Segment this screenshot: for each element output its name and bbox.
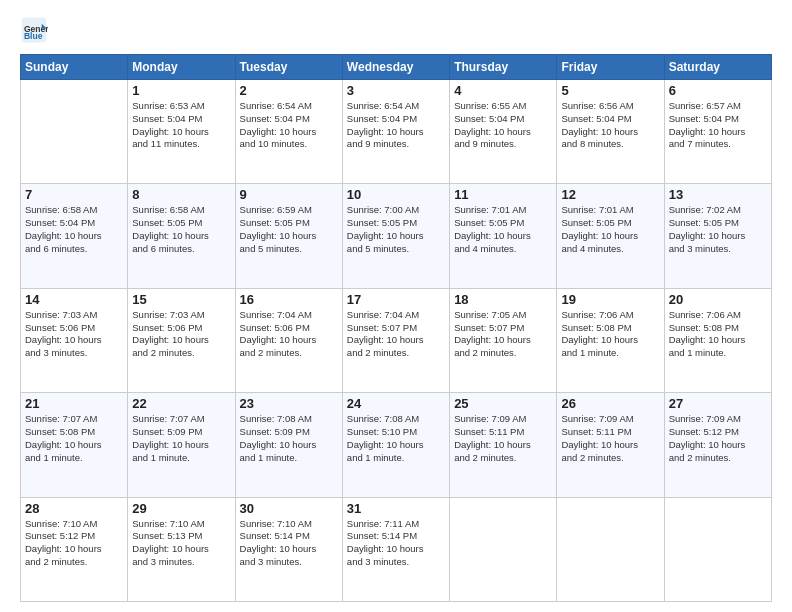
cell-day-number: 21 bbox=[25, 396, 123, 411]
calendar-header-thursday: Thursday bbox=[450, 55, 557, 80]
cell-day-number: 8 bbox=[132, 187, 230, 202]
cell-info-text: Sunrise: 7:10 AM Sunset: 5:13 PM Dayligh… bbox=[132, 518, 230, 569]
cell-day-number: 2 bbox=[240, 83, 338, 98]
cell-day-number: 30 bbox=[240, 501, 338, 516]
calendar-cell: 15Sunrise: 7:03 AM Sunset: 5:06 PM Dayli… bbox=[128, 288, 235, 392]
cell-info-text: Sunrise: 7:05 AM Sunset: 5:07 PM Dayligh… bbox=[454, 309, 552, 360]
calendar-cell: 31Sunrise: 7:11 AM Sunset: 5:14 PM Dayli… bbox=[342, 497, 449, 601]
cell-day-number: 17 bbox=[347, 292, 445, 307]
calendar-header-friday: Friday bbox=[557, 55, 664, 80]
calendar-week-4: 21Sunrise: 7:07 AM Sunset: 5:08 PM Dayli… bbox=[21, 393, 772, 497]
calendar-cell bbox=[450, 497, 557, 601]
calendar-cell: 26Sunrise: 7:09 AM Sunset: 5:11 PM Dayli… bbox=[557, 393, 664, 497]
calendar-header-monday: Monday bbox=[128, 55, 235, 80]
logo-icon: General Blue bbox=[20, 16, 48, 44]
calendar-cell: 3Sunrise: 6:54 AM Sunset: 5:04 PM Daylig… bbox=[342, 80, 449, 184]
calendar-cell: 18Sunrise: 7:05 AM Sunset: 5:07 PM Dayli… bbox=[450, 288, 557, 392]
calendar-header-row: SundayMondayTuesdayWednesdayThursdayFrid… bbox=[21, 55, 772, 80]
cell-info-text: Sunrise: 7:08 AM Sunset: 5:10 PM Dayligh… bbox=[347, 413, 445, 464]
cell-day-number: 7 bbox=[25, 187, 123, 202]
cell-info-text: Sunrise: 6:59 AM Sunset: 5:05 PM Dayligh… bbox=[240, 204, 338, 255]
page: General Blue SundayMondayTuesdayWednesda… bbox=[0, 0, 792, 612]
calendar-cell bbox=[557, 497, 664, 601]
calendar-table: SundayMondayTuesdayWednesdayThursdayFrid… bbox=[20, 54, 772, 602]
cell-info-text: Sunrise: 6:54 AM Sunset: 5:04 PM Dayligh… bbox=[347, 100, 445, 151]
calendar-week-5: 28Sunrise: 7:10 AM Sunset: 5:12 PM Dayli… bbox=[21, 497, 772, 601]
cell-day-number: 15 bbox=[132, 292, 230, 307]
cell-info-text: Sunrise: 6:54 AM Sunset: 5:04 PM Dayligh… bbox=[240, 100, 338, 151]
cell-info-text: Sunrise: 6:53 AM Sunset: 5:04 PM Dayligh… bbox=[132, 100, 230, 151]
calendar-cell: 11Sunrise: 7:01 AM Sunset: 5:05 PM Dayli… bbox=[450, 184, 557, 288]
cell-info-text: Sunrise: 7:07 AM Sunset: 5:09 PM Dayligh… bbox=[132, 413, 230, 464]
calendar-cell: 24Sunrise: 7:08 AM Sunset: 5:10 PM Dayli… bbox=[342, 393, 449, 497]
calendar-week-1: 1Sunrise: 6:53 AM Sunset: 5:04 PM Daylig… bbox=[21, 80, 772, 184]
cell-day-number: 14 bbox=[25, 292, 123, 307]
calendar-header-tuesday: Tuesday bbox=[235, 55, 342, 80]
cell-info-text: Sunrise: 7:11 AM Sunset: 5:14 PM Dayligh… bbox=[347, 518, 445, 569]
calendar-cell: 19Sunrise: 7:06 AM Sunset: 5:08 PM Dayli… bbox=[557, 288, 664, 392]
cell-day-number: 16 bbox=[240, 292, 338, 307]
cell-info-text: Sunrise: 6:56 AM Sunset: 5:04 PM Dayligh… bbox=[561, 100, 659, 151]
calendar-cell: 7Sunrise: 6:58 AM Sunset: 5:04 PM Daylig… bbox=[21, 184, 128, 288]
cell-info-text: Sunrise: 7:03 AM Sunset: 5:06 PM Dayligh… bbox=[132, 309, 230, 360]
cell-info-text: Sunrise: 7:04 AM Sunset: 5:07 PM Dayligh… bbox=[347, 309, 445, 360]
cell-info-text: Sunrise: 7:06 AM Sunset: 5:08 PM Dayligh… bbox=[669, 309, 767, 360]
calendar-cell: 2Sunrise: 6:54 AM Sunset: 5:04 PM Daylig… bbox=[235, 80, 342, 184]
calendar-cell: 25Sunrise: 7:09 AM Sunset: 5:11 PM Dayli… bbox=[450, 393, 557, 497]
cell-info-text: Sunrise: 7:03 AM Sunset: 5:06 PM Dayligh… bbox=[25, 309, 123, 360]
cell-info-text: Sunrise: 7:09 AM Sunset: 5:12 PM Dayligh… bbox=[669, 413, 767, 464]
cell-info-text: Sunrise: 6:58 AM Sunset: 5:05 PM Dayligh… bbox=[132, 204, 230, 255]
calendar-cell: 30Sunrise: 7:10 AM Sunset: 5:14 PM Dayli… bbox=[235, 497, 342, 601]
cell-info-text: Sunrise: 6:57 AM Sunset: 5:04 PM Dayligh… bbox=[669, 100, 767, 151]
cell-info-text: Sunrise: 6:55 AM Sunset: 5:04 PM Dayligh… bbox=[454, 100, 552, 151]
cell-day-number: 4 bbox=[454, 83, 552, 98]
calendar-cell: 13Sunrise: 7:02 AM Sunset: 5:05 PM Dayli… bbox=[664, 184, 771, 288]
calendar-cell: 28Sunrise: 7:10 AM Sunset: 5:12 PM Dayli… bbox=[21, 497, 128, 601]
cell-day-number: 29 bbox=[132, 501, 230, 516]
cell-info-text: Sunrise: 7:10 AM Sunset: 5:12 PM Dayligh… bbox=[25, 518, 123, 569]
cell-day-number: 11 bbox=[454, 187, 552, 202]
cell-day-number: 3 bbox=[347, 83, 445, 98]
cell-day-number: 23 bbox=[240, 396, 338, 411]
cell-day-number: 9 bbox=[240, 187, 338, 202]
calendar-week-2: 7Sunrise: 6:58 AM Sunset: 5:04 PM Daylig… bbox=[21, 184, 772, 288]
header: General Blue bbox=[20, 16, 772, 44]
calendar-cell: 27Sunrise: 7:09 AM Sunset: 5:12 PM Dayli… bbox=[664, 393, 771, 497]
calendar-cell bbox=[21, 80, 128, 184]
cell-info-text: Sunrise: 7:02 AM Sunset: 5:05 PM Dayligh… bbox=[669, 204, 767, 255]
calendar-cell: 21Sunrise: 7:07 AM Sunset: 5:08 PM Dayli… bbox=[21, 393, 128, 497]
cell-day-number: 18 bbox=[454, 292, 552, 307]
calendar-cell: 29Sunrise: 7:10 AM Sunset: 5:13 PM Dayli… bbox=[128, 497, 235, 601]
cell-info-text: Sunrise: 7:06 AM Sunset: 5:08 PM Dayligh… bbox=[561, 309, 659, 360]
svg-text:Blue: Blue bbox=[24, 31, 43, 41]
calendar-cell: 14Sunrise: 7:03 AM Sunset: 5:06 PM Dayli… bbox=[21, 288, 128, 392]
cell-day-number: 5 bbox=[561, 83, 659, 98]
calendar-cell: 23Sunrise: 7:08 AM Sunset: 5:09 PM Dayli… bbox=[235, 393, 342, 497]
calendar-header-sunday: Sunday bbox=[21, 55, 128, 80]
cell-day-number: 28 bbox=[25, 501, 123, 516]
calendar-cell: 20Sunrise: 7:06 AM Sunset: 5:08 PM Dayli… bbox=[664, 288, 771, 392]
cell-day-number: 1 bbox=[132, 83, 230, 98]
cell-day-number: 27 bbox=[669, 396, 767, 411]
calendar-cell: 9Sunrise: 6:59 AM Sunset: 5:05 PM Daylig… bbox=[235, 184, 342, 288]
cell-day-number: 20 bbox=[669, 292, 767, 307]
cell-day-number: 10 bbox=[347, 187, 445, 202]
calendar-cell: 17Sunrise: 7:04 AM Sunset: 5:07 PM Dayli… bbox=[342, 288, 449, 392]
cell-day-number: 13 bbox=[669, 187, 767, 202]
calendar-cell: 1Sunrise: 6:53 AM Sunset: 5:04 PM Daylig… bbox=[128, 80, 235, 184]
calendar-week-3: 14Sunrise: 7:03 AM Sunset: 5:06 PM Dayli… bbox=[21, 288, 772, 392]
cell-info-text: Sunrise: 7:04 AM Sunset: 5:06 PM Dayligh… bbox=[240, 309, 338, 360]
calendar-header-saturday: Saturday bbox=[664, 55, 771, 80]
cell-day-number: 6 bbox=[669, 83, 767, 98]
calendar-cell: 16Sunrise: 7:04 AM Sunset: 5:06 PM Dayli… bbox=[235, 288, 342, 392]
calendar-cell: 8Sunrise: 6:58 AM Sunset: 5:05 PM Daylig… bbox=[128, 184, 235, 288]
calendar-cell: 10Sunrise: 7:00 AM Sunset: 5:05 PM Dayli… bbox=[342, 184, 449, 288]
cell-day-number: 19 bbox=[561, 292, 659, 307]
cell-day-number: 22 bbox=[132, 396, 230, 411]
cell-info-text: Sunrise: 7:00 AM Sunset: 5:05 PM Dayligh… bbox=[347, 204, 445, 255]
cell-day-number: 25 bbox=[454, 396, 552, 411]
cell-info-text: Sunrise: 7:07 AM Sunset: 5:08 PM Dayligh… bbox=[25, 413, 123, 464]
cell-info-text: Sunrise: 7:01 AM Sunset: 5:05 PM Dayligh… bbox=[561, 204, 659, 255]
cell-info-text: Sunrise: 7:10 AM Sunset: 5:14 PM Dayligh… bbox=[240, 518, 338, 569]
calendar-cell bbox=[664, 497, 771, 601]
